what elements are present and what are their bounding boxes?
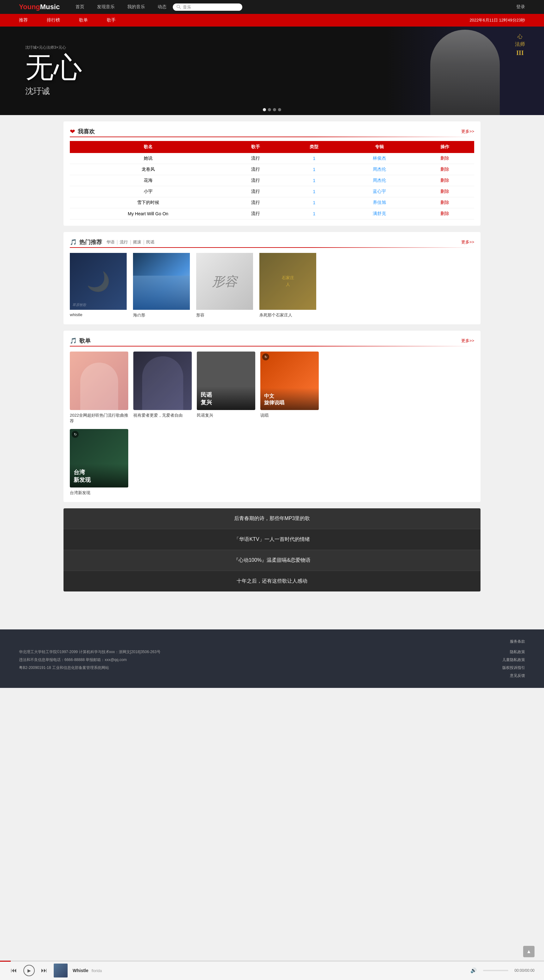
songlist-item-3[interactable]: 民谣复兴 民谣复兴 (197, 352, 255, 424)
cell-action[interactable]: 删除 (416, 164, 474, 175)
top-nav: YoungMusic 首页 发现音乐 我的音乐 动态 登录 (0, 0, 544, 14)
album-cover-1: 🌙 草原牧歌 (70, 253, 127, 310)
cell-action[interactable]: 删除 (416, 175, 474, 186)
album-cover-3: 形容 (196, 253, 253, 310)
album-grid: 🌙 草原牧歌 whistle 海の形 形容 形容 (70, 253, 474, 318)
songlist-item-2[interactable]: 祝有爱者更爱，无爱者自由 (133, 352, 192, 424)
banner-main-title: 无心 (25, 53, 361, 82)
banner-dot-4[interactable] (278, 108, 281, 111)
album-item-3[interactable]: 形容 形容 (196, 253, 253, 318)
filter-chinese[interactable]: 华语 (106, 239, 115, 245)
banner: 沈玗城×元心法师3×元心 无心 沈玗诚 心 法师 III (0, 27, 544, 115)
songlist-more[interactable]: 更多>> (461, 338, 474, 344)
search-icon (177, 5, 181, 9)
login-button[interactable]: 登录 (516, 4, 525, 10)
cell-singer: 流行 (226, 197, 285, 208)
col-album: 专辑 (343, 141, 416, 153)
songlist-section: 🎵 歌单 更多>> 2022全网超好听热门流行歌曲推荐 祝有爱者更爱，无爱者自由 (63, 331, 481, 502)
footer-info-line-1: 华北理工大学轻工学院©1997-2099 计算机科学与技术xxx：浙网文[201… (19, 649, 483, 655)
album-name-4: 杀死那个石家庄人 (259, 312, 316, 318)
cell-songname: 花海 (70, 175, 226, 186)
cell-songname: 她说 (70, 153, 226, 164)
filter-folk[interactable]: 民谣 (146, 239, 154, 245)
cell-action[interactable]: 删除 (416, 197, 474, 208)
footer-service-terms[interactable]: 服务条款 (510, 639, 525, 644)
cell-type[interactable]: 1 (285, 208, 343, 220)
playlist-banners-section: 后青春期的诗，那些年MP3里的歌 「华语KTV」一人一首时代的情绪 『心动100… (63, 508, 481, 592)
songlist-grid: 2022全网超好听热门流行歌曲推荐 祝有爱者更爱，无爱者自由 民谣复兴 民谣复兴 (70, 352, 474, 424)
footer-right-links: 隐私政策 儿童隐私政策 版权投诉指引 意见反馈 (502, 649, 525, 678)
album-cover-2 (133, 253, 190, 310)
cell-action[interactable]: 删除 (416, 208, 474, 220)
col-songname: 歌名 (70, 141, 226, 153)
cell-singer: 流行 (226, 208, 285, 220)
red-nav-chart[interactable]: 排行榜 (47, 18, 60, 23)
songlist-item-4[interactable]: ↻ 中文旋律说唱 说唱 (260, 352, 319, 424)
banner-dot-1[interactable] (263, 108, 266, 111)
cell-type[interactable]: 1 (285, 153, 343, 164)
nav-my-music[interactable]: 我的音乐 (127, 4, 145, 10)
album-item-2[interactable]: 海の形 (133, 253, 190, 318)
favorites-table: 歌名 歌手 类型 专辑 操作 她说 流行 1 林俊杰 删除 龙卷风 流行 1 周… (70, 141, 474, 220)
banner-dot-2[interactable] (268, 108, 271, 111)
refresh-icon-5: ↻ (72, 431, 79, 438)
cell-type[interactable]: 1 (285, 175, 343, 186)
nav-discover[interactable]: 发现音乐 (97, 4, 115, 10)
footer-body: 华北理工大学轻工学院©1997-2099 计算机科学与技术xxx：浙网文[201… (19, 649, 525, 678)
banner-collab-text: 沈玗城×元心法师3×元心 (25, 45, 361, 50)
cell-album[interactable]: 林俊杰 (343, 153, 416, 164)
heart-icon: ❤ (70, 128, 75, 135)
cell-songname: My Heart Will Go On (70, 208, 226, 220)
favorites-title: 我喜欢 (78, 128, 95, 135)
footer-copyright-link[interactable]: 版权投诉指引 (502, 665, 525, 670)
footer-feedback-link[interactable]: 意见反馈 (510, 673, 525, 678)
hot-more[interactable]: 更多>> (461, 239, 474, 245)
cell-album[interactable]: 周杰伦 (343, 175, 416, 186)
red-nav-singer[interactable]: 歌手 (107, 18, 116, 23)
songlist-cover-2 (133, 352, 192, 410)
songlist-cover-3: 民谣复兴 (197, 352, 255, 410)
cell-type[interactable]: 1 (285, 164, 343, 175)
cell-album[interactable]: 蓝心宇 (343, 186, 416, 197)
logo[interactable]: YoungMusic (19, 3, 60, 11)
album-name-1: whistle (70, 312, 127, 317)
col-singer: 歌手 (226, 141, 285, 153)
filter-pop[interactable]: 流行 (120, 239, 128, 245)
playlist-banner-2[interactable]: 「华语KTV」一人一首时代的情绪 (63, 529, 481, 550)
cell-type[interactable]: 1 (285, 197, 343, 208)
cell-singer: 流行 (226, 175, 285, 186)
playlist-banner-4[interactable]: 十年之后，还有这些歌让人感动 (63, 571, 481, 592)
album-item-4[interactable]: 石家庄人 杀死那个石家庄人 (259, 253, 316, 318)
footer: 服务条款 华北理工大学轻工学院©1997-2099 计算机科学与技术xxx：浙网… (0, 629, 544, 688)
songlist-item-5[interactable]: ↻ 台湾新发现 台湾新发现 (70, 429, 128, 496)
red-nav: 推荐 排行榜 歌单 歌手 2022年6月11日 12时49分23秒 (0, 14, 544, 27)
playlist-banner-3[interactable]: 『心动100%』温柔甜嗝&恋爱物语 (63, 550, 481, 571)
cell-action[interactable]: 删除 (416, 153, 474, 164)
favorites-more[interactable]: 更多>> (461, 129, 474, 134)
footer-children-privacy-link[interactable]: 儿童隐私政策 (502, 657, 525, 663)
table-row: 她说 流行 1 林俊杰 删除 (70, 153, 474, 164)
red-nav-recommend[interactable]: 推荐 (19, 18, 28, 23)
nav-dynamic[interactable]: 动态 (158, 4, 167, 10)
filter-rock[interactable]: 摇滚 (133, 239, 141, 245)
search-input[interactable] (183, 5, 233, 10)
table-row: My Heart Will Go On 流行 1 满舒克 删除 (70, 208, 474, 220)
datetime-display: 2022年6月11日 12时49分23秒 (469, 18, 525, 23)
playlist-banner-1[interactable]: 后青春期的诗，那些年MP3里的歌 (63, 508, 481, 529)
songlist-item-1[interactable]: 2022全网超好听热门流行歌曲推荐 (70, 352, 128, 424)
filter-tags: 华语 | 流行 | 摇滚 | 民谣 (106, 239, 154, 245)
svg-line-1 (179, 8, 181, 9)
table-row: 雪下的时候 流行 1 养佳旭 删除 (70, 197, 474, 208)
footer-info-line-3: 粤B2-20090191-18 工业和信息化部备案管理系统网站 (19, 665, 483, 670)
cell-album[interactable]: 养佳旭 (343, 197, 416, 208)
cell-album[interactable]: 满舒克 (343, 208, 416, 220)
nav-home[interactable]: 首页 (76, 4, 84, 10)
album-item-1[interactable]: 🌙 草原牧歌 whistle (70, 253, 127, 318)
songlist-name-4: 说唱 (260, 412, 319, 418)
banner-dot-3[interactable] (273, 108, 276, 111)
cell-album[interactable]: 周杰伦 (343, 164, 416, 175)
cell-type[interactable]: 1 (285, 186, 343, 197)
red-nav-songlist[interactable]: 歌单 (79, 18, 88, 23)
footer-privacy-link[interactable]: 隐私政策 (510, 649, 525, 655)
cell-action[interactable]: 删除 (416, 186, 474, 197)
